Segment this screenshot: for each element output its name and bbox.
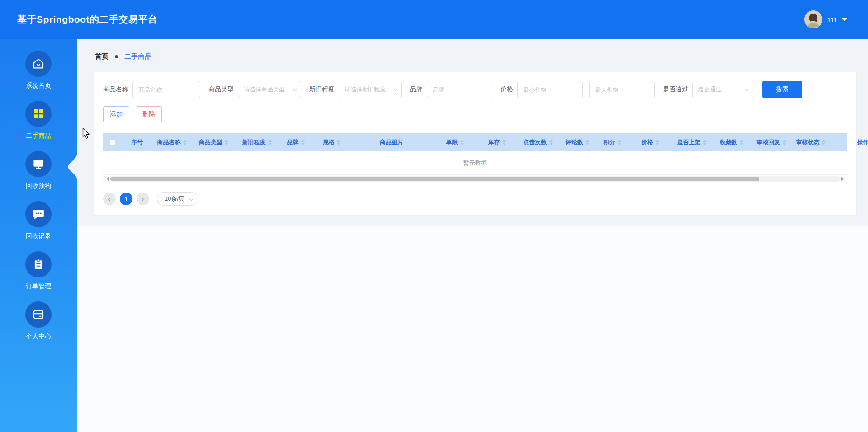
sidebar-item-label: 二手商品 [26,132,51,140]
sidebar-item-6[interactable]: 个人中心 [0,301,77,341]
search-button[interactable]: 搜索 [762,81,802,98]
column-header-13[interactable]: 价格 [629,138,671,146]
sort-caret-icon[interactable] [656,140,659,145]
column-label: 库存 [488,138,500,146]
sidebar-item-label: 回收记录 [26,232,51,240]
filter-brand: 品牌 [410,81,492,98]
sort-caret-icon[interactable] [618,140,621,145]
column-header-15[interactable]: 收藏数 [712,138,750,146]
column-header-7: 商品图片 [351,138,432,146]
username: 111 [827,16,837,23]
delete-button[interactable]: 删除 [136,106,162,122]
type-select[interactable]: 请选择商品类型 [238,81,301,98]
column-label: 点击次数 [524,138,547,146]
column-label: 评论数 [566,138,583,146]
column-label: 审核状态 [796,138,820,146]
sidebar-item-3[interactable]: 回收预约 [0,151,77,190]
price-max-input[interactable] [589,81,655,98]
column-header-10[interactable]: 点击次数 [516,138,560,146]
sort-caret-icon[interactable] [585,140,589,145]
sidebar-item-4[interactable]: 回收记录 [0,201,77,240]
content-top-zone: 首页 二手商品 商品名称 商品类型 请选择商品类型 新旧程度 [77,39,868,226]
table-header-row: 序号商品名称商品类型新旧程度品牌规格商品图片单限库存点击次数评论数积分价格是否上… [103,133,847,151]
sort-caret-icon[interactable] [460,140,464,145]
column-header-12[interactable]: 积分 [595,138,629,146]
column-header-6[interactable]: 规格 [312,138,351,146]
sort-caret-icon[interactable] [225,140,228,145]
main-content: 首页 二手商品 商品名称 商品类型 请选择商品类型 新旧程度 [77,39,868,432]
column-label: 积分 [604,138,615,146]
sort-caret-icon[interactable] [783,140,786,145]
column-header-5[interactable]: 品牌 [279,138,312,146]
condition-select[interactable]: 请选择新旧程度 [339,81,402,98]
sort-caret-icon[interactable] [268,140,272,145]
user-menu[interactable]: 111 [804,10,847,28]
user-dropdown-caret-icon[interactable] [842,18,847,24]
sort-caret-icon[interactable] [740,140,743,145]
current-page-button[interactable]: 1 [120,193,132,205]
app-title: 基于Springboot的二手交易平台 [17,13,157,26]
column-label: 审核回复 [757,138,780,146]
sort-caret-icon[interactable] [822,140,826,145]
sort-caret-icon[interactable] [301,140,305,145]
sort-caret-icon[interactable] [549,140,553,145]
wallet-icon [25,301,52,328]
select-all-cell [103,139,123,146]
sidebar-item-label: 订单管理 [26,282,51,291]
breadcrumb-home-link[interactable]: 首页 [95,52,108,61]
sidebar-item-label: 回收预约 [26,182,51,190]
sidebar-item-1[interactable]: 系统首页 [0,51,77,90]
price-min-input[interactable] [517,81,583,98]
column-header-11[interactable]: 评论数 [560,138,595,146]
sidebar-item-label: 个人中心 [26,333,51,341]
column-label: 规格 [323,138,335,146]
filter-type: 商品类型 请选择商品类型 [208,81,301,98]
column-label: 操作 [857,138,868,146]
sort-caret-icon[interactable] [337,140,340,145]
column-label: 商品名称 [157,138,181,146]
chevron-down-icon [393,87,398,91]
filter-condition: 新旧程度 请选择新旧程度 [309,81,402,98]
scroll-right-arrow-icon[interactable] [841,177,846,181]
filter-name: 商品名称 [103,81,200,98]
approved-select[interactable]: 是否通过 [692,81,753,98]
add-button[interactable]: 添加 [103,106,129,122]
sidebar: 系统首页二手商品回收预约回收记录订单管理个人中心 [0,39,77,432]
breadcrumb-current-link[interactable]: 二手商品 [124,52,151,61]
column-header-8[interactable]: 单限 [432,138,477,146]
pagination: ‹ 1 › 10条/页 [103,192,847,206]
next-page-button[interactable]: › [137,193,149,205]
home-icon [25,51,52,77]
brand-input[interactable] [427,81,492,98]
horizontal-scrollbar [103,176,847,182]
column-header-9[interactable]: 库存 [477,138,516,146]
brand-label: 品牌 [410,85,423,94]
sidebar-item-2[interactable]: 二手商品 [0,101,77,140]
breadcrumb-separator [115,55,118,58]
column-header-16[interactable]: 审核回复 [750,138,792,146]
name-label: 商品名称 [103,85,128,94]
column-label: 收藏数 [720,138,737,146]
page-size-select[interactable]: 10条/页 [157,192,198,206]
filter-row: 商品名称 商品类型 请选择商品类型 新旧程度 请选择新旧程度 品牌 [103,81,847,98]
avatar[interactable] [804,10,822,28]
select-all-checkbox[interactable] [109,139,116,146]
sidebar-item-5[interactable]: 订单管理 [0,251,77,291]
column-header-14[interactable]: 是否上架 [671,138,712,146]
column-header-4[interactable]: 新旧程度 [234,138,279,146]
name-input[interactable] [132,81,200,98]
type-label: 商品类型 [208,85,234,94]
column-header-3[interactable]: 商品类型 [193,138,234,146]
sort-caret-icon[interactable] [502,140,506,145]
approved-label: 是否通过 [663,85,688,94]
sort-caret-icon[interactable] [703,140,707,145]
column-header-17[interactable]: 审核状态 [792,138,829,146]
monitor-icon [25,151,52,177]
scrollbar-thumb[interactable] [110,177,760,181]
scroll-left-arrow-icon[interactable] [104,177,109,181]
sort-caret-icon[interactable] [183,140,187,145]
column-header-2[interactable]: 商品名称 [151,138,193,146]
column-label: 品牌 [287,138,299,146]
scrollbar-track[interactable] [110,176,840,182]
prev-page-button[interactable]: ‹ [103,193,116,205]
